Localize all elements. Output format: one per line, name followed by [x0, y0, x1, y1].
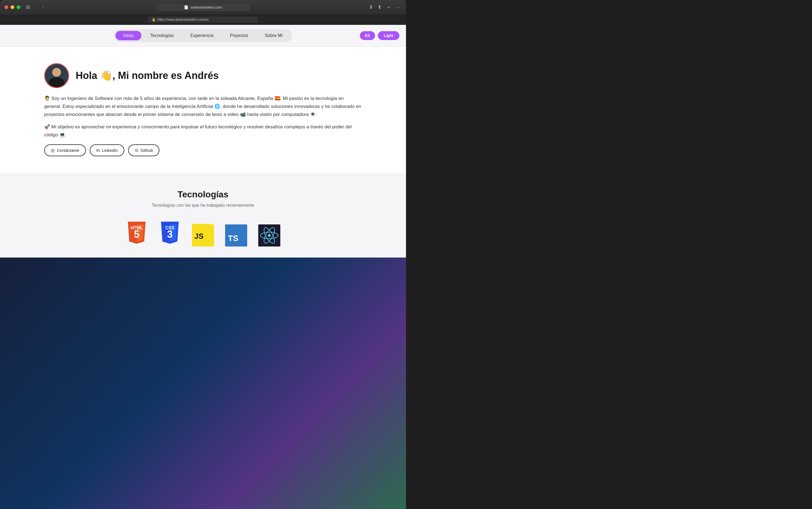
hero-header: Hola 👋, Mi nombre es Andrés [44, 63, 362, 88]
react-icon-wrapper [258, 225, 280, 246]
back-arrow-icon[interactable]: ‹ [35, 4, 39, 10]
svg-text:TS: TS [228, 234, 238, 243]
avatar [45, 64, 68, 87]
linkedin-button[interactable]: in LinkedIn [90, 144, 124, 156]
ts-svg: TS [225, 225, 247, 246]
svg-text:3: 3 [167, 229, 173, 240]
traffic-lights [4, 5, 21, 9]
minimize-button[interactable] [10, 5, 14, 9]
site-navigation: Inicio Tecnologías Experiencia Poyectos … [0, 25, 406, 47]
browser-window: ⊞ ‹ › 📄 andresantolino.com ⬇ ⬆ ＋ ⋯ 🔒 [0, 0, 406, 258]
css3-svg: 3 CSS [159, 222, 181, 246]
ts-icon-wrapper: TS [225, 225, 247, 246]
html5-svg: 5 HTML [126, 222, 148, 246]
technologies-title: Tecnologías [44, 189, 362, 200]
contactame-button[interactable]: ◎ Contáctame [44, 144, 86, 156]
tech-logo-js: JS [192, 225, 214, 246]
react-svg [258, 225, 280, 246]
github-icon: ⊙ [135, 148, 138, 153]
nav-link-sobre-mi[interactable]: Sobre Mí [257, 31, 291, 40]
tab-address-bar[interactable]: 📄 andresantolino.com [156, 4, 250, 11]
sidebar-toggle-icon[interactable]: ⊞ [26, 4, 30, 10]
tech-logos-container: 5 HTML 3 CSS [44, 222, 362, 246]
css3-icon-wrapper: 3 CSS [159, 222, 181, 246]
tech-logo-css3: 3 CSS [159, 222, 181, 246]
download-icon[interactable]: ⬇ [368, 3, 374, 11]
language-button[interactable]: ES [360, 31, 375, 40]
website-content: Inicio Tecnologías Experiencia Poyectos … [0, 25, 406, 258]
title-bar: ⊞ ‹ › 📄 andresantolino.com ⬇ ⬆ ＋ ⋯ [0, 0, 406, 14]
nav-link-inicio[interactable]: Inicio [116, 31, 141, 40]
address-bar-container: 📄 andresantolino.com [156, 4, 250, 11]
contactame-icon: ◎ [51, 148, 55, 153]
full-url-text: https://www.andresantolino.com/es [157, 18, 208, 22]
hero-title: Hola 👋, Mi nombre es Andrés [76, 70, 219, 81]
nav-link-tecnologias[interactable]: Tecnologías [142, 31, 182, 40]
new-tab-icon[interactable]: ＋ [385, 3, 392, 11]
theme-button[interactable]: Light [378, 31, 399, 40]
maximize-button[interactable] [17, 5, 21, 9]
technologies-section: Tecnologías Tecnologías con las que he t… [0, 173, 406, 258]
extensions-icon[interactable]: ⋯ [394, 3, 401, 11]
svg-text:HTML: HTML [131, 226, 143, 230]
page-icon: 📄 [184, 5, 188, 9]
share-icon[interactable]: ⬆ [377, 3, 383, 11]
nav-right-controls: ES Light [360, 31, 399, 40]
tab-url-display: andresantolino.com [191, 5, 222, 9]
nav-link-experiencia[interactable]: Experiencia [183, 31, 221, 40]
html5-icon-wrapper: 5 HTML [126, 222, 148, 246]
github-button[interactable]: ⊙ Github [128, 144, 159, 156]
forward-arrow-icon[interactable]: › [40, 4, 45, 10]
svg-point-13 [268, 234, 271, 237]
nav-link-poyectos[interactable]: Poyectos [222, 31, 256, 40]
svg-text:CSS: CSS [165, 226, 174, 230]
nav-arrows: ‹ › [35, 4, 45, 10]
js-icon-wrapper: JS [192, 225, 214, 246]
hero-description: 🧑‍💼 Soy un Ingeniero de Software con más… [44, 95, 362, 139]
url-bar[interactable]: 🔒 https://www.andresantolino.com/es [148, 16, 258, 23]
tech-logo-react [258, 225, 280, 246]
svg-text:5: 5 [134, 229, 139, 240]
hero-paragraph-2: 🚀 Mi objetivo es aprovechar mi experienc… [44, 123, 362, 139]
main-content-area: Hola 👋, Mi nombre es Andrés 🧑‍💼 Soy un I… [0, 47, 406, 173]
js-svg: JS [192, 223, 212, 245]
avatar-head [52, 68, 61, 77]
lock-icon: 🔒 [152, 18, 156, 22]
nav-links-container: Inicio Tecnologías Experiencia Poyectos … [114, 29, 292, 42]
avatar-body [49, 77, 64, 87]
technologies-subtitle: Tecnologías con las que he trabajado rec… [44, 203, 362, 208]
avatar-wrapper [44, 63, 69, 88]
tech-logo-ts: TS [225, 225, 247, 246]
svg-text:JS: JS [194, 232, 203, 240]
hero-paragraph-1: 🧑‍💼 Soy un Ingeniero de Software con más… [44, 95, 362, 119]
page-background: ⊞ ‹ › 📄 andresantolino.com ⬇ ⬆ ＋ ⋯ 🔒 [0, 0, 406, 509]
close-button[interactable] [4, 5, 8, 9]
toolbar-icons: ⬇ ⬆ ＋ ⋯ [368, 3, 401, 11]
hero-section: Hola 👋, Mi nombre es Andrés 🧑‍💼 Soy un I… [44, 58, 362, 156]
linkedin-icon: in [96, 148, 100, 153]
url-bar-row: 🔒 https://www.andresantolino.com/es [0, 14, 406, 25]
tech-logo-html5: 5 HTML [126, 222, 148, 246]
hero-buttons: ◎ Contáctame in LinkedIn ⊙ Github [44, 144, 362, 156]
